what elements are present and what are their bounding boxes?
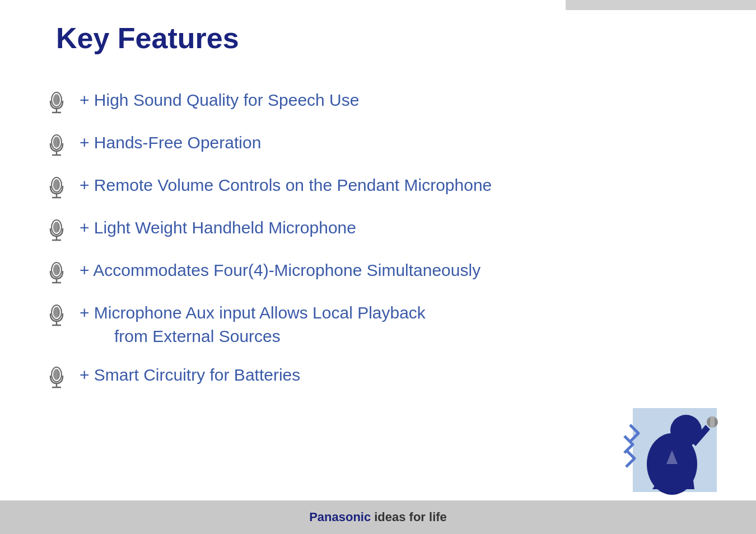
feature-item: + Accommodates Four(4)-Microphone Simult… [45,260,711,284]
features-list: + High Sound Quality for Speech Use + Ha… [45,90,711,407]
tagline: ideas for life [374,510,447,524]
microphone-bullet-icon [45,261,68,284]
feature-text: + High Sound Quality for Speech Use [80,90,359,111]
microphone-bullet-icon [45,91,68,114]
page-title: Key Features [56,21,239,55]
microphone-bullet-icon [45,176,68,199]
feature-item: + Light Weight Handheld Microphone [45,217,711,242]
feature-text: + Microphone Aux input Allows Local Play… [80,302,426,346]
feature-text: + Remote Volume Controls on the Pendant … [80,175,492,196]
svg-rect-46 [710,416,715,428]
feature-subtext: from External Sources [80,326,426,347]
title-section: Key Features [56,21,239,55]
feature-item: + Smart Circuitry for Batteries [45,364,711,389]
feature-item: + Remote Volume Controls on the Pendant … [45,175,711,199]
illustration [622,386,722,498]
brand-name: Panasonic [309,510,371,524]
microphone-bullet-icon [45,303,68,327]
microphone-bullet-icon [45,133,68,157]
feature-text: + Light Weight Handheld Microphone [80,217,356,238]
feature-item: + Hands-Free Operation [45,132,711,157]
feature-text: + Smart Circuitry for Batteries [80,364,300,386]
top-decorative-bar [566,0,756,10]
microphone-bullet-icon [45,366,68,389]
bottom-bar: Panasonic ideas for life [0,500,756,534]
feature-text: + Accommodates Four(4)-Microphone Simult… [80,260,480,281]
microphone-bullet-icon [45,218,68,242]
feature-item: + High Sound Quality for Speech Use [45,90,711,114]
feature-text: + Hands-Free Operation [80,132,261,153]
feature-item: + Microphone Aux input Allows Local Play… [45,302,711,346]
